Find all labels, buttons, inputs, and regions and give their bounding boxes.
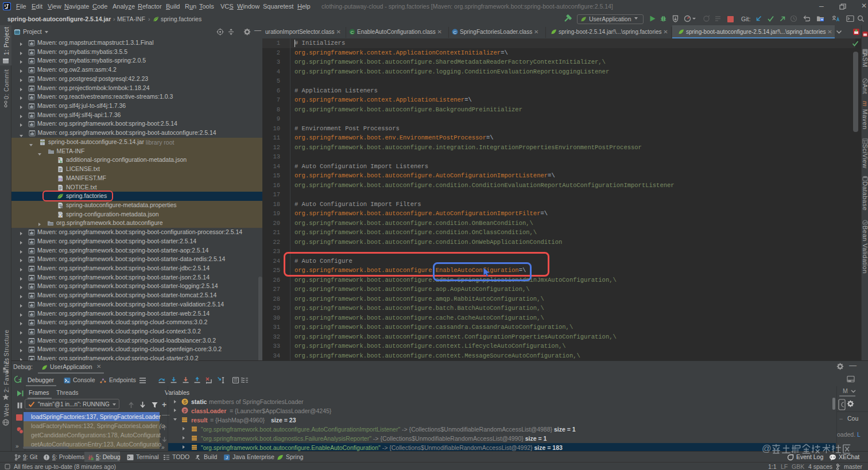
svg-text:J: J xyxy=(226,455,228,460)
svg-text:p: p xyxy=(184,407,187,413)
svg-text:C: C xyxy=(351,30,354,35)
svg-text:S: S xyxy=(183,399,187,405)
svg-text:C: C xyxy=(454,30,457,35)
svg-text:MF: MF xyxy=(59,178,61,181)
